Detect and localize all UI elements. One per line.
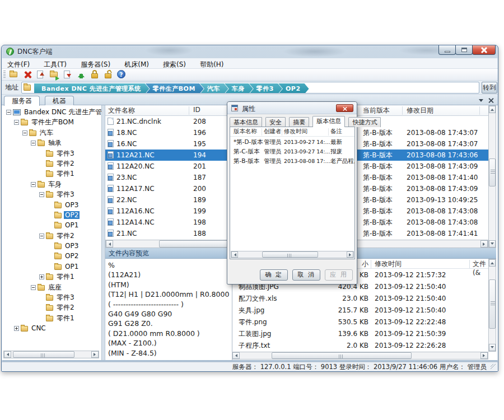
column-modified-time[interactable]: 修改时间 bbox=[375, 259, 402, 269]
folder-icon[interactable] bbox=[8, 69, 20, 80]
scroll-down-icon[interactable] bbox=[489, 240, 496, 248]
collapse-icon[interactable] bbox=[22, 130, 27, 136]
expand-icon[interactable] bbox=[14, 326, 19, 331]
menu-help[interactable]: 帮助(H) bbox=[194, 59, 229, 69]
attachment-row[interactable]: 子程序.txt2.0 KB2013-09-12 22:26:28 bbox=[232, 340, 488, 352]
scroll-left-icon[interactable] bbox=[232, 352, 240, 359]
tree-item-selected[interactable]: OP2 bbox=[48, 210, 80, 220]
dialog-close-button[interactable] bbox=[336, 104, 353, 112]
version-row[interactable]: 第-C-版本 管理员 2013-09-27 14:... 报废 bbox=[230, 147, 354, 156]
scroll-right-icon[interactable] bbox=[480, 352, 488, 359]
cancel-button[interactable]: 取 消 bbox=[292, 269, 320, 281]
tree-item[interactable]: 零件生产BOM bbox=[14, 117, 75, 127]
scroll-thumb[interactable] bbox=[13, 351, 74, 358]
version-row[interactable]: *第-D-版本 管理员 2013-09-27 14:... 最新 bbox=[230, 137, 354, 147]
address-input[interactable]: Bandex DNC 先进生产管理系统零件生产BOM汽车车身零件3OP2 bbox=[21, 82, 479, 94]
tree-item[interactable]: 底座 bbox=[31, 282, 63, 292]
column-modified-date[interactable]: 修改日期 bbox=[407, 106, 433, 115]
tab-server[interactable]: 服务器 bbox=[4, 96, 40, 106]
collapse-icon[interactable] bbox=[39, 192, 44, 197]
go-button[interactable]: 转到 bbox=[482, 82, 497, 94]
attachment-row[interactable]: 工装图.jpg139.6 KB2013-09-12 21:50:39 bbox=[232, 328, 488, 340]
tree-h-scrollbar[interactable] bbox=[3, 351, 99, 358]
delete-icon[interactable] bbox=[22, 69, 33, 80]
column-version-name[interactable]: 版本名称 bbox=[234, 128, 257, 136]
collapse-icon[interactable] bbox=[31, 182, 36, 187]
breadcrumb-op2[interactable]: OP2 bbox=[278, 83, 309, 94]
version-row[interactable]: 第-B-版本 管理员 2013-08-08 17:... 老产品程序 bbox=[230, 156, 354, 166]
collapse-icon[interactable] bbox=[14, 120, 19, 125]
collapse-icon[interactable] bbox=[39, 234, 44, 239]
collapse-icon[interactable] bbox=[31, 141, 36, 146]
open-folder-icon[interactable] bbox=[49, 69, 60, 80]
scroll-thumb[interactable] bbox=[489, 279, 496, 329]
menu-file[interactable]: 文件(F) bbox=[2, 59, 35, 69]
file-list-v-scrollbar[interactable] bbox=[488, 105, 496, 248]
column-current-version[interactable]: 当前版本 bbox=[363, 106, 390, 115]
tree-item[interactable]: 零件1 bbox=[39, 272, 76, 282]
pane-close-icon[interactable] bbox=[488, 97, 495, 103]
column-file-name[interactable]: 文件名称 bbox=[108, 106, 135, 115]
scroll-left-icon[interactable] bbox=[4, 351, 11, 358]
dialog-titlebar[interactable]: 属性 bbox=[227, 102, 357, 114]
attachment-row[interactable]: 零件.png530.5 KB2013-09-12 22:22:48 bbox=[232, 316, 488, 328]
scroll-right-icon[interactable] bbox=[91, 351, 99, 358]
column-remark[interactable]: 备注 bbox=[330, 128, 342, 136]
checkin-file-icon[interactable] bbox=[62, 69, 73, 80]
breadcrumb-bom[interactable]: 零件生产BOM bbox=[146, 83, 204, 94]
unlock-icon[interactable] bbox=[102, 69, 114, 80]
upload-arrow-icon[interactable] bbox=[76, 69, 87, 80]
scroll-thumb[interactable] bbox=[272, 352, 412, 359]
tab-shortcut[interactable]: 快捷方式 bbox=[348, 117, 381, 127]
scroll-up-icon[interactable] bbox=[489, 106, 496, 113]
splitter[interactable] bbox=[101, 105, 105, 360]
menu-search[interactable]: 搜索(S) bbox=[157, 59, 192, 69]
resize-grip-icon[interactable] bbox=[491, 364, 496, 370]
tree-item[interactable]: OP1 bbox=[48, 262, 80, 272]
toolbar-grip[interactable] bbox=[3, 71, 6, 79]
help-icon[interactable] bbox=[116, 69, 127, 80]
attachment-row[interactable]: 配刀文件.xls23.0 KB2013-09-12 21:50:40 bbox=[232, 293, 488, 305]
tree-item[interactable]: 零件3 bbox=[39, 292, 76, 302]
tree-item[interactable]: 零件2 bbox=[39, 302, 76, 312]
close-button[interactable] bbox=[472, 45, 496, 55]
breadcrumb-auto[interactable]: 汽车 bbox=[200, 83, 228, 94]
scroll-right-icon[interactable] bbox=[480, 240, 488, 248]
attachments-h-scrollbar[interactable] bbox=[232, 352, 488, 360]
breadcrumb-body[interactable]: 车身 bbox=[225, 83, 253, 94]
breadcrumb-root[interactable]: Bandex DNC 先进生产管理系统 bbox=[34, 83, 150, 94]
lock-icon[interactable] bbox=[89, 69, 100, 80]
tree-item[interactable]: 车身 bbox=[31, 179, 63, 189]
tab-version-info[interactable]: 版本信息 bbox=[312, 116, 345, 127]
menu-server[interactable]: 服务器(S) bbox=[75, 59, 116, 69]
attachment-row[interactable]: 夹具.jpg215.7 KB2013-09-12 21:50:40 bbox=[232, 305, 488, 316]
column-id[interactable]: ID bbox=[193, 106, 200, 114]
tree-item[interactable]: OP1 bbox=[48, 220, 80, 230]
dialog-h-scrollbar[interactable] bbox=[231, 251, 354, 258]
maximize-button[interactable] bbox=[455, 45, 473, 55]
collapse-icon[interactable] bbox=[31, 285, 36, 290]
tree-item[interactable]: 零件2 bbox=[39, 158, 76, 169]
column-modified-time[interactable]: 修改时间 bbox=[284, 128, 307, 136]
menu-machine[interactable]: 机床(M) bbox=[119, 59, 155, 69]
scroll-right-icon[interactable] bbox=[347, 251, 353, 258]
attachments-v-scrollbar[interactable] bbox=[488, 259, 496, 352]
tab-machine[interactable]: 机器 bbox=[45, 96, 74, 105]
scroll-thumb[interactable] bbox=[262, 251, 318, 258]
collapse-icon[interactable] bbox=[6, 110, 11, 115]
apply-button[interactable]: 应 用 bbox=[325, 269, 353, 281]
tree-item[interactable]: 零件1 bbox=[39, 169, 76, 179]
scroll-left-icon[interactable] bbox=[231, 251, 238, 258]
tree-item[interactable]: OP3 bbox=[48, 241, 80, 251]
tree-item[interactable]: OP3 bbox=[48, 200, 80, 210]
pane-menu-icon[interactable] bbox=[479, 97, 486, 103]
tree-item[interactable]: 零件2 bbox=[39, 231, 76, 241]
ok-button[interactable]: 确 定 bbox=[260, 269, 288, 281]
scroll-up-icon[interactable] bbox=[489, 259, 496, 267]
tree-item[interactable]: 零件3 bbox=[39, 189, 76, 199]
scroll-down-icon[interactable] bbox=[489, 344, 496, 351]
tab-security[interactable]: 安全 bbox=[265, 117, 286, 127]
column-creator[interactable]: 创建者 bbox=[264, 128, 282, 136]
tree-item[interactable]: 汽车 bbox=[22, 128, 54, 138]
tree-item[interactable]: OP2 bbox=[48, 251, 80, 261]
